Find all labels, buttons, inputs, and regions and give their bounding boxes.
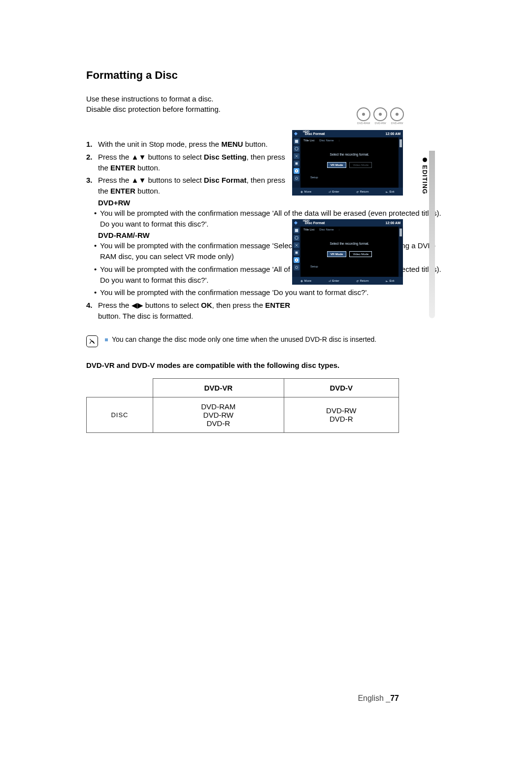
scissors-icon: [294, 242, 299, 248]
diamond-icon: [294, 132, 298, 135]
osd-screenshot-1: HDD Disc Format 12:00 AM Title List Disc…: [292, 130, 403, 196]
svg-point-4: [296, 170, 297, 171]
bullet-icon: [105, 338, 108, 341]
list-item: You will be prompted with the confirmati…: [100, 287, 448, 298]
steps-list-cont: 4. Press the ◀▶ buttons to select OK, th…: [86, 300, 293, 322]
osd-title-bar: HDD Disc Format 12:00 AM: [292, 130, 403, 137]
gear-icon: [294, 175, 299, 181]
globe-icon: [294, 235, 299, 241]
section-tab-editing: EDITING: [421, 158, 429, 195]
osd-clock: 12:00 AM: [386, 132, 400, 135]
video-mode-button: Video Mode: [349, 251, 372, 257]
note-row: You can change the disc mode only one ti…: [86, 335, 397, 347]
disc-type-icons: DVD-RAM DVD-RW DVD+RW: [357, 107, 404, 125]
table-row: DVD-VR DVD-V: [87, 378, 399, 397]
svg-rect-6: [295, 229, 298, 232]
step-4: 4. Press the ◀▶ buttons to select OK, th…: [86, 300, 293, 322]
disc-icon: [294, 168, 299, 174]
manual-page: Formatting a Disc Use these instructions…: [0, 0, 532, 757]
osd-hint-exit: ⇤ Exit: [386, 279, 394, 283]
disc-icon-dvd-rw: DVD-RW: [373, 107, 387, 125]
page-title: Formatting a Disc: [86, 69, 448, 82]
gear-icon: [294, 264, 299, 270]
step-1: 1. With the unit in Stop mode, press the…: [86, 139, 293, 150]
dvd-plus-rw-heading: DVD+RW: [86, 198, 448, 207]
compat-heading: DVD-VR and DVD-V modes are compatible wi…: [86, 361, 448, 369]
page-footer: English _77: [358, 694, 399, 703]
svg-point-10: [296, 260, 297, 261]
osd-scrollbar: [399, 227, 403, 277]
video-mode-button: Video Mode: [349, 162, 372, 168]
osd-scrollbar: [399, 137, 403, 188]
osd-hint-return: ↺ Return: [356, 190, 368, 194]
cell-dvd-v: DVD-RW DVD-R: [284, 397, 399, 432]
tools-icon: [294, 250, 299, 256]
osd-hint-move: ✥ Move: [300, 190, 311, 194]
osd-screenshot-2: HDD Disc Format 12:00 AM Title List Disc…: [292, 219, 403, 285]
row-disc: DISC: [87, 397, 153, 432]
svg-rect-2: [295, 163, 298, 165]
cell-dvd-vr: DVD-RAM DVD-RW DVD-R: [153, 397, 284, 432]
osd-title-bar: HDD Disc Format 12:00 AM: [292, 219, 403, 227]
steps-list: 1. With the unit in Stop mode, press the…: [86, 139, 293, 197]
osd-hint-exit: ⇤ Exit: [386, 190, 394, 194]
tools-icon: [294, 161, 299, 166]
step-3: 3. Press the ▲▼ buttons to select Disc F…: [86, 175, 293, 197]
osd-message: Select the recording format.: [300, 153, 399, 156]
osd-list-header: Title List Disc Name :: [300, 137, 399, 142]
step-number: 2.: [86, 152, 93, 163]
disc-icon-dvd-plus-rw: DVD+RW: [390, 107, 404, 125]
svg-point-7: [295, 236, 298, 239]
step-number: 1.: [86, 139, 93, 150]
osd-side-icons: [292, 137, 300, 188]
step-2: 2. Press the ▲▼ buttons to select Disc S…: [86, 152, 293, 173]
osd-list-header: Title List Disc Name :: [300, 227, 399, 231]
osd-setup-label: Setup: [310, 176, 318, 179]
osd-footer: ✥ Move ⏎ Enter ↺ Return ⇤ Exit: [292, 188, 403, 196]
vr-mode-button: VR Mode: [327, 251, 347, 257]
osd-hint-return: ↺ Return: [356, 279, 368, 283]
table-row: DISC DVD-RAM DVD-RW DVD-R DVD-RW DVD-R: [87, 397, 399, 432]
osd-setup-label: Setup: [310, 265, 318, 268]
svg-rect-0: [295, 140, 298, 143]
disc-icon: [294, 257, 299, 263]
disc-icon-dvd-ram: DVD-RAM: [357, 107, 370, 125]
title-list-icon: [294, 138, 299, 144]
side-tab-shade: [429, 151, 435, 318]
compat-table: DVD-VR DVD-V DISC DVD-RAM DVD-RW DVD-R D…: [86, 378, 399, 433]
osd-hint-enter: ⏎ Enter: [329, 279, 339, 283]
svg-point-11: [295, 266, 298, 269]
svg-point-5: [295, 177, 298, 180]
note-text: You can change the disc mode only one ti…: [112, 335, 376, 343]
title-list-icon: [294, 228, 299, 233]
col-dvd-v: DVD-V: [284, 378, 399, 397]
scissors-icon: [294, 153, 299, 159]
osd-hint-enter: ⏎ Enter: [329, 190, 339, 194]
osd-message: Select the recording format.: [300, 242, 399, 245]
intro-line-1: Use these instructions to format a disc.: [86, 94, 448, 104]
osd-mode-buttons: VR Mode Video Mode: [300, 251, 399, 257]
osd-hint-move: ✥ Move: [300, 279, 311, 283]
osd-footer: ✥ Move ⏎ Enter ↺ Return ⇤ Exit: [292, 277, 403, 285]
step-number: 4.: [86, 300, 93, 311]
svg-rect-8: [295, 252, 298, 254]
globe-icon: [294, 146, 299, 152]
col-dvd-vr: DVD-VR: [153, 378, 284, 397]
vr-mode-button: VR Mode: [327, 162, 347, 168]
step-number: 3.: [86, 175, 93, 186]
note-icon: [86, 335, 98, 347]
svg-point-1: [295, 147, 298, 150]
bullet-icon: [423, 158, 427, 162]
osd-mode-buttons: VR Mode Video Mode: [300, 162, 399, 168]
osd-side-icons: [292, 227, 300, 277]
diamond-icon: [294, 221, 298, 225]
osd-clock: 12:00 AM: [386, 221, 400, 225]
